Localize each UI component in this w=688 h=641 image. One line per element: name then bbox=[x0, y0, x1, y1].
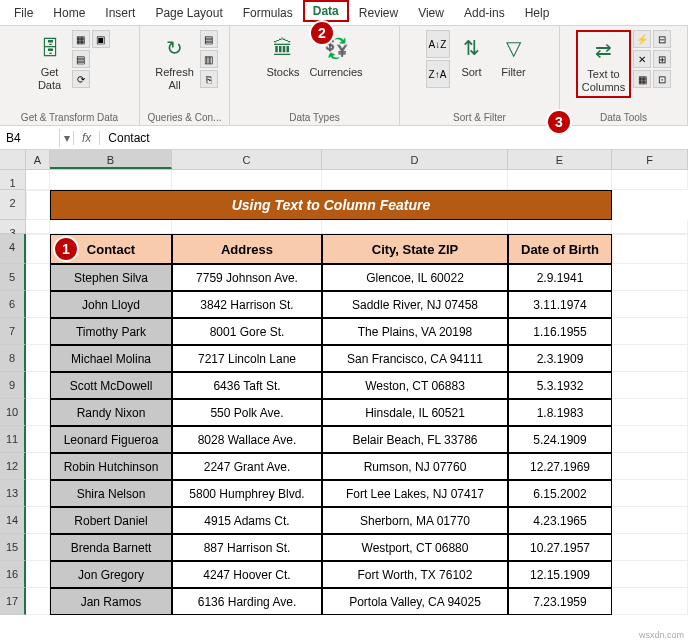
cell[interactable] bbox=[612, 507, 688, 534]
col-header-a[interactable]: A bbox=[26, 150, 50, 169]
menu-help[interactable]: Help bbox=[515, 0, 560, 25]
row-header-17[interactable]: 17 bbox=[0, 588, 26, 615]
cell-csz[interactable]: Hinsdale, IL 60521 bbox=[322, 399, 508, 426]
cell-dob[interactable]: 5.24.1909 bbox=[508, 426, 612, 453]
stocks-button[interactable]: 🏛 Stocks bbox=[262, 30, 303, 81]
cell-csz[interactable]: Westport, CT 06880 bbox=[322, 534, 508, 561]
cell[interactable] bbox=[26, 426, 50, 453]
cell-contact[interactable]: Shira Nelson bbox=[50, 480, 172, 507]
cell-address[interactable]: 5800 Humphrey Blvd. bbox=[172, 480, 322, 507]
properties-button[interactable]: ▥ bbox=[200, 50, 218, 68]
cell-dob[interactable]: 4.23.1965 bbox=[508, 507, 612, 534]
col-header-b[interactable]: B bbox=[50, 150, 172, 169]
cell-address[interactable]: 887 Harrison St. bbox=[172, 534, 322, 561]
cell-csz[interactable]: Belair Beach, FL 33786 bbox=[322, 426, 508, 453]
cell-dob[interactable]: 12.27.1969 bbox=[508, 453, 612, 480]
row-header-9[interactable]: 9 bbox=[0, 372, 26, 399]
row-header-6[interactable]: 6 bbox=[0, 291, 26, 318]
row-header-15[interactable]: 15 bbox=[0, 534, 26, 561]
row-header-11[interactable]: 11 bbox=[0, 426, 26, 453]
menu-data[interactable]: Data bbox=[303, 0, 349, 22]
cell-address[interactable]: 8028 Wallace Ave. bbox=[172, 426, 322, 453]
cell-address[interactable]: 4247 Hoover Ct. bbox=[172, 561, 322, 588]
cell[interactable] bbox=[322, 220, 508, 234]
header-dob[interactable]: Date of Birth bbox=[508, 234, 612, 264]
row-header-7[interactable]: 7 bbox=[0, 318, 26, 345]
row-header-4[interactable]: 4 bbox=[0, 234, 26, 264]
edit-links-button[interactable]: ⎘ bbox=[200, 70, 218, 88]
cell[interactable] bbox=[26, 561, 50, 588]
consolidate-button[interactable]: ⊟ bbox=[653, 30, 671, 48]
cell[interactable] bbox=[508, 220, 612, 234]
cell-contact[interactable]: Brenda Barnett bbox=[50, 534, 172, 561]
cell-csz[interactable]: The Plains, VA 20198 bbox=[322, 318, 508, 345]
cell-contact[interactable]: John Lloyd bbox=[50, 291, 172, 318]
cell-contact[interactable]: Timothy Park bbox=[50, 318, 172, 345]
cell-dob[interactable]: 12.15.1909 bbox=[508, 561, 612, 588]
menu-formulas[interactable]: Formulas bbox=[233, 0, 303, 25]
cell-csz[interactable]: Fort Worth, TX 76102 bbox=[322, 561, 508, 588]
cell[interactable] bbox=[26, 372, 50, 399]
sort-za-button[interactable]: Z↑A bbox=[426, 60, 450, 88]
row-header-16[interactable]: 16 bbox=[0, 561, 26, 588]
cell[interactable] bbox=[612, 372, 688, 399]
row-header-12[interactable]: 12 bbox=[0, 453, 26, 480]
menu-page-layout[interactable]: Page Layout bbox=[145, 0, 232, 25]
cell-csz[interactable]: Portola Valley, CA 94025 bbox=[322, 588, 508, 615]
cell-csz[interactable]: Sherborn, MA 01770 bbox=[322, 507, 508, 534]
cell-dob[interactable]: 5.3.1932 bbox=[508, 372, 612, 399]
select-all-corner[interactable] bbox=[0, 150, 26, 169]
from-web-button[interactable]: ▤ bbox=[72, 50, 90, 68]
col-header-e[interactable]: E bbox=[508, 150, 612, 169]
cell[interactable] bbox=[26, 345, 50, 372]
cell[interactable] bbox=[612, 318, 688, 345]
menu-view[interactable]: View bbox=[408, 0, 454, 25]
cell[interactable] bbox=[26, 220, 50, 234]
data-model-button[interactable]: ⊡ bbox=[653, 70, 671, 88]
cell[interactable] bbox=[612, 264, 688, 291]
cell-contact[interactable]: Jan Ramos bbox=[50, 588, 172, 615]
cell-contact[interactable]: Randy Nixon bbox=[50, 399, 172, 426]
menu-review[interactable]: Review bbox=[349, 0, 408, 25]
cell-address[interactable]: 8001 Gore St. bbox=[172, 318, 322, 345]
cell[interactable] bbox=[612, 480, 688, 507]
cell-dob[interactable]: 2.9.1941 bbox=[508, 264, 612, 291]
cell-address[interactable]: 3842 Harrison St. bbox=[172, 291, 322, 318]
cell-csz[interactable]: Fort Lee Lakes, NJ 07417 bbox=[322, 480, 508, 507]
cell[interactable] bbox=[322, 170, 508, 190]
cell-address[interactable]: 7759 Johnson Ave. bbox=[172, 264, 322, 291]
cell-csz[interactable]: Saddle River, NJ 07458 bbox=[322, 291, 508, 318]
recent-sources-button[interactable]: ▣ bbox=[92, 30, 110, 48]
title-cell[interactable]: Using Text to Column Feature bbox=[50, 190, 612, 220]
cell[interactable] bbox=[612, 234, 688, 264]
cell[interactable] bbox=[172, 220, 322, 234]
cell[interactable] bbox=[612, 561, 688, 588]
refresh-all-button[interactable]: ↻ Refresh All bbox=[151, 30, 198, 94]
cell[interactable] bbox=[26, 534, 50, 561]
cell[interactable] bbox=[612, 426, 688, 453]
row-header-1[interactable]: 1 bbox=[0, 170, 26, 190]
row-header-3[interactable]: 3 bbox=[0, 220, 26, 234]
cell[interactable] bbox=[612, 170, 688, 190]
formula-input[interactable]: Contact bbox=[100, 129, 688, 147]
filter-button[interactable]: ▽ Filter bbox=[494, 30, 534, 81]
cell-dob[interactable]: 10.27.1957 bbox=[508, 534, 612, 561]
cell[interactable] bbox=[26, 480, 50, 507]
cell[interactable] bbox=[26, 453, 50, 480]
remove-duplicates-button[interactable]: ✕ bbox=[633, 50, 651, 68]
cell[interactable] bbox=[172, 170, 322, 190]
cell[interactable] bbox=[50, 170, 172, 190]
cell-address[interactable]: 7217 Lincoln Lane bbox=[172, 345, 322, 372]
row-header-5[interactable]: 5 bbox=[0, 264, 26, 291]
cell[interactable] bbox=[26, 264, 50, 291]
cell[interactable] bbox=[26, 588, 50, 615]
cell-dob[interactable]: 6.15.2002 bbox=[508, 480, 612, 507]
cell-csz[interactable]: San Francisco, CA 94111 bbox=[322, 345, 508, 372]
cell[interactable] bbox=[26, 190, 50, 220]
col-header-d[interactable]: D bbox=[322, 150, 508, 169]
cell-address[interactable]: 550 Polk Ave. bbox=[172, 399, 322, 426]
get-data-button[interactable]: 🗄 Get Data bbox=[30, 30, 70, 94]
cell[interactable] bbox=[612, 345, 688, 372]
menu-insert[interactable]: Insert bbox=[95, 0, 145, 25]
row-header-10[interactable]: 10 bbox=[0, 399, 26, 426]
